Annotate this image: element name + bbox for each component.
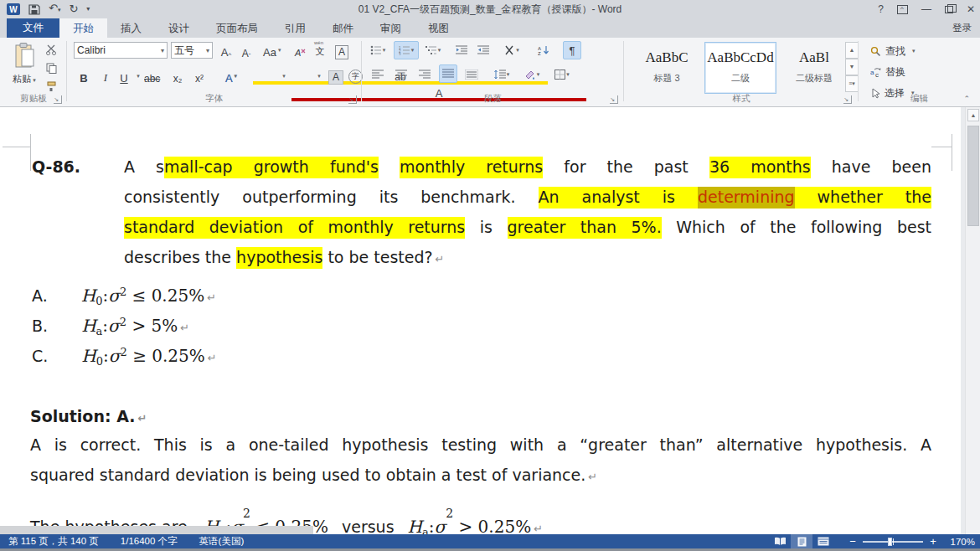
superscript-button[interactable]: x² xyxy=(191,68,208,85)
collapse-ribbon-icon[interactable]: ⌃ xyxy=(963,95,970,103)
bullets-button[interactable]: ▾ xyxy=(369,42,387,59)
shading-button[interactable]: ▾ xyxy=(523,66,541,83)
align-center-button[interactable] xyxy=(392,66,410,83)
help-button[interactable]: ? xyxy=(878,3,884,15)
paste-button[interactable]: 粘贴 ▾ xyxy=(7,41,42,96)
styles-scroll-up-icon[interactable]: ▲ xyxy=(845,42,859,59)
language-indicator[interactable]: 英语(美国) xyxy=(191,534,253,548)
tab-file[interactable]: 文件 xyxy=(7,18,59,38)
paragraph-mark: ↵ xyxy=(534,523,543,534)
text-highlight-dropdown-icon[interactable]: ▾ xyxy=(275,68,291,85)
close-button[interactable]: ✕ xyxy=(967,3,975,15)
zoom-level[interactable]: 170% xyxy=(940,537,975,547)
highlighted-text: 36 months xyxy=(709,157,811,178)
copy-icon[interactable] xyxy=(44,61,59,75)
borders-button[interactable]: ▾ xyxy=(553,66,571,83)
decrease-indent-button[interactable] xyxy=(452,42,471,59)
tab-2[interactable]: 插入 xyxy=(107,18,155,38)
web-layout-button[interactable] xyxy=(812,534,834,548)
format-painter-icon[interactable] xyxy=(44,80,59,93)
paragraph-mark: ↵ xyxy=(588,471,597,483)
style-card[interactable]: AaBl二级标题 xyxy=(778,42,850,94)
ribbon-display-options-button[interactable] xyxy=(897,5,908,14)
crop-mark-top-left-v xyxy=(30,134,31,171)
zoom-slider-thumb[interactable] xyxy=(888,538,892,546)
plain-text: A s xyxy=(124,157,164,176)
cut-icon[interactable] xyxy=(44,43,59,56)
scrollbar-thumb[interactable] xyxy=(967,126,979,226)
restore-button[interactable] xyxy=(945,6,953,13)
distribute-button[interactable] xyxy=(462,66,481,83)
solution-body-line-2: squared standard deviation is being used… xyxy=(30,464,597,488)
justify-button[interactable] xyxy=(439,64,457,83)
tab-8[interactable]: 视图 xyxy=(415,18,462,38)
highlighted-text: mall-cap growth fund's xyxy=(164,157,379,178)
change-case-button[interactable]: Aa▾ xyxy=(261,42,282,59)
document-page[interactable]: Q-86. A small-cap growth fund's monthly … xyxy=(0,107,980,534)
tab-7[interactable]: 审阅 xyxy=(367,18,415,38)
sort-button[interactable]: AZ xyxy=(534,42,553,59)
grow-font-button[interactable]: A^ xyxy=(218,42,235,59)
sign-in-link[interactable]: 登录 xyxy=(952,22,972,34)
style-card[interactable]: AaBbC标题 3 xyxy=(631,42,703,94)
highlighted-text: whether the xyxy=(795,187,931,209)
plain-text: have been xyxy=(811,157,931,176)
paragraph-mark: ↵ xyxy=(180,322,189,334)
font-size-combobox[interactable]: 五号▾ xyxy=(171,42,213,59)
show-marks-button[interactable]: ¶ xyxy=(563,41,581,59)
highlighted-text: hypothesis xyxy=(236,247,322,269)
styles-more-icon[interactable]: ≡▾ xyxy=(845,75,859,92)
italic-button[interactable]: I xyxy=(97,68,114,85)
tab-5[interactable]: 引用 xyxy=(271,18,319,38)
zoom-in-button[interactable]: + xyxy=(926,535,940,548)
align-left-button[interactable] xyxy=(369,66,387,83)
subscript-button[interactable]: x₂ xyxy=(169,68,186,85)
line-spacing-button[interactable]: ▾ xyxy=(493,66,511,83)
shrink-font-button[interactable]: Aˇ xyxy=(238,43,255,59)
page-indicator[interactable]: 第 115 页，共 140 页 xyxy=(0,534,107,548)
minimize-button[interactable]: — xyxy=(921,3,931,15)
character-border-button[interactable]: A xyxy=(333,43,350,59)
style-preview: AaBl xyxy=(779,49,849,66)
vertical-scrollbar[interactable]: ▲ xyxy=(965,107,980,534)
word-count[interactable]: 1/16400 个字 xyxy=(112,534,186,548)
multilevel-list-button[interactable]: ▾ xyxy=(424,42,442,59)
zoom-out-button[interactable]: − xyxy=(846,535,859,548)
read-mode-button[interactable] xyxy=(769,534,791,548)
tab-1[interactable]: 开始 xyxy=(59,18,107,38)
plain-text: is xyxy=(465,218,507,236)
paragraph-group: ▾ 123▾ ▾ ▾ AZ ¶ xyxy=(362,38,624,106)
numbering-button[interactable]: 123▾ xyxy=(394,41,419,59)
font-name-combobox[interactable]: Calibri▾ xyxy=(74,42,168,59)
styles-scroll-down-icon[interactable]: ▼ xyxy=(845,59,859,75)
paragraph-mark: ↵ xyxy=(137,412,147,425)
align-right-button[interactable] xyxy=(415,66,434,83)
scroll-up-icon[interactable]: ▲ xyxy=(967,109,979,121)
print-layout-button[interactable] xyxy=(791,534,812,548)
styles-group-label: 样式 xyxy=(624,93,859,105)
zoom-control: − + xyxy=(846,535,940,548)
window-controls: ? — ✕ xyxy=(878,0,975,18)
character-shading-button[interactable]: A xyxy=(327,68,345,85)
zoom-slider-track[interactable] xyxy=(863,541,923,543)
find-button[interactable]: 查找▾ xyxy=(870,43,916,59)
phonetic-guide-button[interactable]: wén 文 xyxy=(312,41,328,58)
asian-layout-button[interactable]: ▾ xyxy=(503,42,521,59)
style-card[interactable]: AaBbCcDd二级 xyxy=(704,42,776,94)
replace-button[interactable]: ac 替换 xyxy=(870,64,905,80)
option-formula: H0:σ2 ≥ 0.25% xyxy=(81,346,204,366)
font-size-value: 五号 xyxy=(174,44,194,58)
editing-group: 查找▾ ac 替换 选择▾ 编辑 xyxy=(859,38,980,106)
highlighted-text: An analyst is xyxy=(539,187,698,209)
solution-body-line-1: A is correct. This is a one-tailed hypot… xyxy=(30,434,931,456)
bold-button[interactable]: B xyxy=(75,68,92,85)
question-number: Q-86. xyxy=(32,156,80,178)
clear-formatting-icon[interactable]: A xyxy=(291,42,308,59)
tab-3[interactable]: 设计 xyxy=(155,18,203,38)
tab-6[interactable]: 邮件 xyxy=(319,18,367,38)
text-effects-button[interactable]: A▾ xyxy=(223,68,240,85)
increase-indent-button[interactable] xyxy=(474,42,493,59)
strikethrough-button[interactable]: abc xyxy=(142,68,162,85)
tab-4[interactable]: 页面布局 xyxy=(203,18,271,38)
font-color-dropdown-icon[interactable]: ▾ xyxy=(310,68,327,85)
